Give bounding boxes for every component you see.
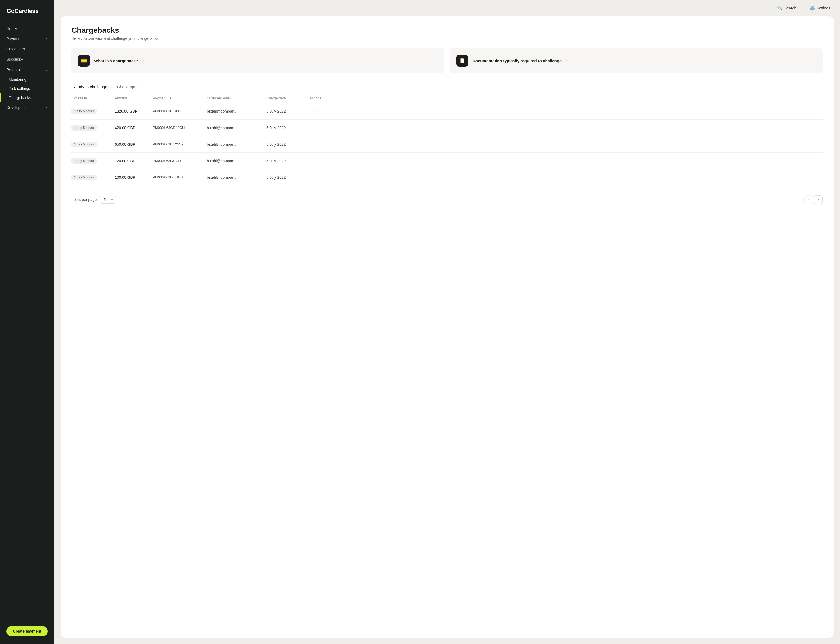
info-card-chargeback-label: What is a chargeback? → bbox=[94, 58, 145, 63]
info-card-chargeback[interactable]: 💳 What is a chargeback? → bbox=[72, 48, 444, 73]
col-payment-id: Payment ID bbox=[152, 96, 207, 100]
row-action-button[interactable]: → bbox=[309, 173, 318, 182]
table-row: 1 day 5 hours 420.00 GBP PM000H63GD49GH … bbox=[72, 120, 823, 136]
search-button[interactable]: 🔍 Search bbox=[777, 6, 796, 11]
settings-button[interactable]: ⚙️ Settings bbox=[809, 6, 830, 11]
sidebar-bottom: Create payment bbox=[0, 621, 54, 636]
sidebar-item-label: Developers bbox=[7, 105, 26, 110]
content-area: Chargebacks Here you can view and challe… bbox=[61, 16, 833, 637]
expires-cell: 1 day 5 hours bbox=[72, 108, 115, 114]
sidebar-item-developers[interactable]: Developers ▾ bbox=[0, 102, 54, 113]
table-header: Expires in Amount Payment ID Customer em… bbox=[72, 92, 823, 103]
charge-date-cell: 5 July 2022 bbox=[266, 126, 309, 130]
col-charge-date: Charge date bbox=[266, 96, 309, 100]
expires-badge: 1 day 5 hours bbox=[72, 158, 97, 164]
expires-badge: 1 day 5 hours bbox=[72, 141, 97, 147]
next-page-button[interactable]: › bbox=[814, 195, 823, 204]
table-row: 1 day 5 hours 650.00 GBP PM000H63BN25SP … bbox=[72, 136, 823, 153]
items-per-page-label: Items per page bbox=[72, 197, 97, 202]
payment-id-cell: PM000H63BN25SP bbox=[152, 142, 207, 146]
email-cell: bstahl@compan... bbox=[207, 126, 266, 130]
amount-cell: 100.00 GBP bbox=[115, 175, 152, 179]
page-title: Chargebacks bbox=[72, 26, 823, 34]
table-row: 1 day 5 hours 1320.00 GBP PM000H63BE93HV… bbox=[72, 103, 823, 120]
chevron-up-icon: ▴ bbox=[46, 68, 47, 72]
prev-page-button[interactable]: ‹ bbox=[804, 195, 813, 204]
sidebar-item-monitoring[interactable]: Monitoring bbox=[0, 75, 54, 84]
action-cell: → bbox=[309, 140, 331, 149]
row-action-button[interactable]: → bbox=[309, 140, 318, 149]
amount-cell: 420.00 GBP bbox=[115, 126, 152, 130]
sidebar-subitem-label: Risk settings bbox=[9, 86, 30, 91]
amount-cell: 120.00 GBP bbox=[115, 159, 152, 163]
chargebacks-table: Expires in Amount Payment ID Customer em… bbox=[72, 92, 823, 186]
charge-date-cell: 5 July 2022 bbox=[266, 175, 309, 179]
info-card-documentation[interactable]: 📋 Documentation typically required to ch… bbox=[450, 48, 823, 73]
chargeback-icon: 💳 bbox=[81, 58, 87, 64]
sidebar-subitem-label: Chargebacks bbox=[9, 95, 31, 100]
action-cell: → bbox=[309, 123, 331, 132]
table-row: 1 day 5 hours 120.00 GBP PM000H63LJ17FH … bbox=[72, 153, 823, 169]
chevron-down-icon: ▾ bbox=[46, 106, 47, 109]
amount-cell: 1320.00 GBP bbox=[115, 109, 152, 113]
row-action-button[interactable]: → bbox=[309, 107, 318, 116]
payment-id-cell: PM000H63LJ17FH bbox=[152, 159, 207, 163]
expires-cell: 1 day 5 hours bbox=[72, 141, 115, 147]
payment-id-cell: PM000H63GD49GH bbox=[152, 126, 207, 130]
sidebar-item-protect-plus[interactable]: Protect+ ▴ bbox=[0, 64, 54, 75]
chargeback-icon-bg: 💳 bbox=[78, 55, 90, 67]
action-cell: → bbox=[309, 156, 331, 165]
sidebar-item-label: Protect+ bbox=[7, 67, 21, 72]
email-cell: bstahl@compan... bbox=[207, 109, 266, 113]
expires-cell: 1 day 5 hours bbox=[72, 125, 115, 131]
main-content: 🔍 Search ⚙️ Settings Chargebacks Here yo… bbox=[54, 0, 840, 644]
tabs: Ready to challenge Challenged bbox=[72, 82, 823, 92]
per-page-select[interactable]: 5 10 25 50 bbox=[100, 196, 116, 204]
sidebar-item-risk-settings[interactable]: Risk settings bbox=[0, 84, 54, 93]
sidebar: GoCardless Home Payments ▾ Customers Suc… bbox=[0, 0, 54, 644]
expires-badge: 1 day 5 hours bbox=[72, 125, 97, 131]
charge-date-cell: 5 July 2022 bbox=[266, 159, 309, 163]
email-cell: bstahl@compan... bbox=[207, 175, 266, 179]
chevron-down-icon: ▾ bbox=[46, 37, 47, 41]
payment-id-cell: PM000H63BE93HV bbox=[152, 109, 207, 113]
sidebar-item-success-plus[interactable]: Success+ bbox=[0, 54, 54, 64]
sidebar-item-home[interactable]: Home bbox=[0, 23, 54, 34]
email-cell: bstahl@compan... bbox=[207, 159, 266, 163]
col-amount: Amount bbox=[115, 96, 152, 100]
tab-ready-to-challenge[interactable]: Ready to challenge bbox=[72, 82, 108, 92]
sidebar-item-chargebacks[interactable]: Chargebacks bbox=[0, 93, 54, 102]
arrow-right-icon: → bbox=[141, 58, 145, 63]
sidebar-subitem-label: Monitoring bbox=[9, 77, 26, 82]
documentation-icon-bg: 📋 bbox=[456, 55, 468, 67]
sidebar-item-label: Customers bbox=[7, 47, 25, 51]
charge-date-cell: 5 July 2022 bbox=[266, 109, 309, 113]
sidebar-item-payments[interactable]: Payments ▾ bbox=[0, 34, 54, 44]
create-payment-button[interactable]: Create payment bbox=[7, 626, 47, 636]
expires-cell: 1 day 5 hours bbox=[72, 175, 115, 180]
search-label: Search bbox=[784, 6, 796, 10]
settings-label: Settings bbox=[817, 6, 830, 10]
action-cell: → bbox=[309, 173, 331, 182]
expires-cell: 1 day 5 hours bbox=[72, 158, 115, 164]
document-icon: 📋 bbox=[459, 58, 465, 64]
email-cell: bstahl@compan... bbox=[207, 142, 266, 146]
tab-challenged[interactable]: Challenged bbox=[116, 82, 139, 92]
col-customer-email: Customer email bbox=[207, 96, 266, 100]
amount-cell: 650.00 GBP bbox=[115, 142, 152, 146]
expires-badge: 1 day 5 hours bbox=[72, 175, 97, 180]
sidebar-item-label: Home bbox=[7, 26, 16, 31]
expires-badge: 1 day 5 hours bbox=[72, 108, 97, 114]
action-cell: → bbox=[309, 107, 331, 116]
info-card-documentation-label: Documentation typically required to chal… bbox=[473, 58, 568, 63]
row-action-button[interactable]: → bbox=[309, 156, 318, 165]
search-icon: 🔍 bbox=[777, 6, 783, 11]
table-row: 1 day 5 hours 100.00 GBP PM000H63DF48HJ … bbox=[72, 169, 823, 186]
col-actions: Actions bbox=[309, 96, 331, 100]
page-navigation: ‹ › bbox=[804, 195, 823, 204]
charge-date-cell: 5 July 2022 bbox=[266, 142, 309, 146]
row-action-button[interactable]: → bbox=[309, 123, 318, 132]
sidebar-item-customers[interactable]: Customers bbox=[0, 44, 54, 54]
pagination-bar: Items per page 5 10 25 50 ‹ › bbox=[72, 193, 823, 204]
sidebar-item-label: Payments bbox=[7, 36, 23, 41]
